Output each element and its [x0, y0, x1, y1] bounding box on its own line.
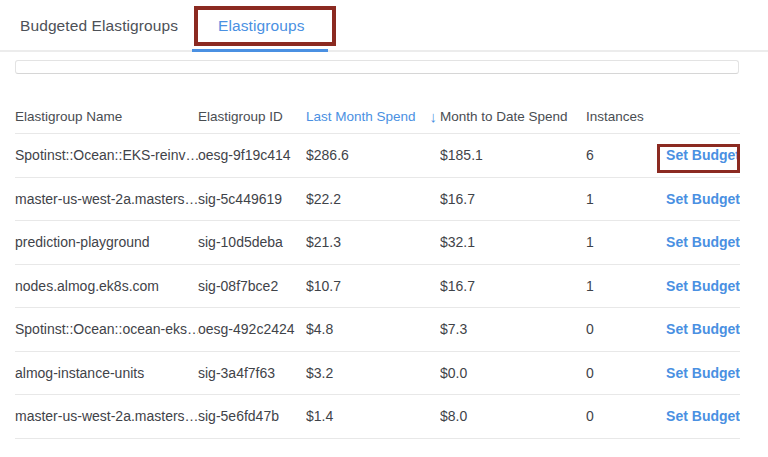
- cell-last-month-spend: $4.8: [306, 321, 440, 337]
- cell-month-to-date-spend: $8.0: [440, 408, 586, 424]
- cell-instances: 1: [586, 234, 660, 250]
- set-budget-link[interactable]: Set Budget: [666, 365, 740, 381]
- set-budget-link[interactable]: Set Budget: [666, 147, 740, 163]
- tab-budgeted-elastigroups[interactable]: Budgeted Elastigroups: [20, 0, 178, 52]
- table-header-row: Elastigroup Name Elastigroup ID Last Mon…: [15, 100, 740, 134]
- cell-month-to-date-spend: $0.0: [440, 365, 586, 381]
- cell-month-to-date-spend: $185.1: [440, 147, 586, 163]
- cell-elastigroup-id: sig-5e6fd47b: [198, 408, 306, 424]
- cell-elastigroup-name: nodes.almog.ek8s.com: [15, 278, 198, 294]
- active-tab-underline: [192, 49, 328, 52]
- cell-last-month-spend: $3.2: [306, 365, 440, 381]
- cell-elastigroup-id: sig-5c449619: [198, 191, 306, 207]
- set-budget-link[interactable]: Set Budget: [666, 278, 740, 294]
- cell-elastigroup-id: oesg-9f19c414: [198, 147, 306, 163]
- cell-elastigroup-name: Spotinst::Ocean::ocean-eks…: [15, 321, 198, 337]
- set-budget-link[interactable]: Set Budget: [666, 408, 740, 424]
- set-budget-link[interactable]: Set Budget: [666, 321, 740, 337]
- table-row: almog-instance-units sig-3a4f7f63 $3.2 $…: [15, 352, 740, 396]
- cell-month-to-date-spend: $16.7: [440, 191, 586, 207]
- cell-instances: 0: [586, 408, 660, 424]
- tab-elastigroups[interactable]: Elastigroups: [218, 0, 305, 52]
- cell-instances: 0: [586, 365, 660, 381]
- table-row: master-us-west-2a.masters… sig-5c449619 …: [15, 178, 740, 222]
- cell-elastigroup-id: sig-08f7bce2: [198, 278, 306, 294]
- table-row: nodes.almog.ek8s.com sig-08f7bce2 $10.7 …: [15, 265, 740, 309]
- elastigroups-spend-page: Budgeted Elastigroups Elastigroups Elast…: [0, 0, 768, 457]
- cell-elastigroup-name: prediction-playground: [15, 234, 198, 250]
- table-row: Spotinst::Ocean::EKS-reinv… oesg-9f19c41…: [15, 134, 740, 178]
- cell-month-to-date-spend: $16.7: [440, 278, 586, 294]
- cell-instances: 1: [586, 278, 660, 294]
- column-header-instances[interactable]: Instances: [586, 109, 660, 124]
- column-header-elastigroup-name[interactable]: Elastigroup Name: [15, 109, 198, 124]
- set-budget-link[interactable]: Set Budget: [666, 234, 740, 250]
- cell-month-to-date-spend: $7.3: [440, 321, 586, 337]
- elastigroups-table: Elastigroup Name Elastigroup ID Last Mon…: [15, 100, 740, 439]
- cell-last-month-spend: $22.2: [306, 191, 440, 207]
- cell-elastigroup-name: Spotinst::Ocean::EKS-reinv…: [15, 147, 198, 163]
- column-header-last-month-spend[interactable]: Last Month Spend ↓: [306, 109, 440, 124]
- filter-bar[interactable]: [15, 60, 739, 74]
- set-budget-link[interactable]: Set Budget: [666, 191, 740, 207]
- cell-elastigroup-id: sig-10d5deba: [198, 234, 306, 250]
- tab-bar: Budgeted Elastigroups Elastigroups: [0, 0, 768, 52]
- table-row: master-us-west-2a.masters… sig-5e6fd47b …: [15, 395, 740, 439]
- cell-elastigroup-name: almog-instance-units: [15, 365, 198, 381]
- sort-desc-arrow-icon[interactable]: ↓: [430, 109, 438, 124]
- cell-instances: 1: [586, 191, 660, 207]
- cell-elastigroup-id: sig-3a4f7f63: [198, 365, 306, 381]
- column-header-elastigroup-id[interactable]: Elastigroup ID: [198, 109, 306, 124]
- cell-elastigroup-id: oesg-492c2424: [198, 321, 306, 337]
- cell-last-month-spend: $1.4: [306, 408, 440, 424]
- cell-instances: 6: [586, 147, 660, 163]
- cell-last-month-spend: $10.7: [306, 278, 440, 294]
- cell-last-month-spend: $286.6: [306, 147, 440, 163]
- table-row: prediction-playground sig-10d5deba $21.3…: [15, 221, 740, 265]
- table-row: Spotinst::Ocean::ocean-eks… oesg-492c242…: [15, 308, 740, 352]
- column-header-month-to-date-spend[interactable]: Month to Date Spend: [440, 109, 586, 124]
- cell-month-to-date-spend: $32.1: [440, 234, 586, 250]
- cell-elastigroup-name: master-us-west-2a.masters…: [15, 408, 198, 424]
- cell-instances: 0: [586, 321, 660, 337]
- column-header-label: Last Month Spend: [306, 109, 416, 124]
- cell-last-month-spend: $21.3: [306, 234, 440, 250]
- cell-elastigroup-name: master-us-west-2a.masters…: [15, 191, 198, 207]
